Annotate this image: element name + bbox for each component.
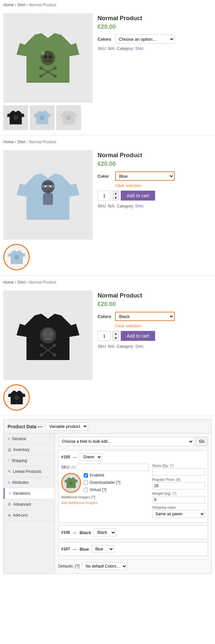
enabled-checkbox-105: Enabled [84, 473, 120, 478]
sidebar-item-variations[interactable]: ≡ Variations [4, 488, 55, 499]
qty-up-2[interactable]: ▲ [113, 191, 119, 196]
qty-input-2[interactable] [98, 191, 111, 201]
svg-point-40 [40, 353, 43, 357]
add-to-cart-btn-3[interactable]: Add to cart [121, 331, 155, 341]
sidebar-label-variations: Variations [13, 491, 30, 496]
shipping-class-select-105[interactable]: Same as paren [152, 510, 205, 518]
go-button[interactable]: Go [195, 437, 208, 446]
qty-down-3[interactable]: ▼ [113, 336, 119, 341]
color-select-2[interactable]: Black Blue Green [115, 171, 175, 181]
bulk-edit-select[interactable]: Choose a field to bulk edit... [58, 437, 194, 446]
sidebar-item-linked-products[interactable]: ✎ Linked Products [4, 466, 55, 477]
svg-point-42 [14, 395, 19, 400]
category-link-1[interactable]: Shirt [135, 46, 143, 51]
thumbnail-black-circled-3[interactable] [3, 384, 30, 411]
color-select-1[interactable]: Choose an option... Black Blue Green [115, 34, 175, 44]
svg-point-32 [43, 332, 47, 336]
weight-help-105[interactable]: [?] [173, 492, 176, 495]
sku-text-3: SKU: N/A. Category: [98, 344, 134, 349]
svg-rect-34 [44, 338, 52, 340]
breadcrumb-home-1[interactable]: Home [3, 3, 14, 7]
variation-color-select-105[interactable]: Green Black Blue [80, 453, 102, 461]
svg-point-10 [54, 66, 57, 69]
enabled-check-input-105[interactable] [84, 473, 88, 478]
sidebar-item-inventory[interactable]: ▤ Inventory [4, 444, 55, 455]
sku-help-105[interactable]: [?] [71, 466, 75, 469]
variation-id-107: #107 [61, 547, 70, 551]
sidebar-item-advanced[interactable]: ⚙ Advanced [4, 499, 55, 510]
downloadable-check-input-105[interactable] [84, 481, 88, 485]
variation-image-circled-105[interactable] [61, 473, 81, 493]
qty-down-2[interactable]: ▼ [113, 196, 119, 200]
inventory-icon: ▤ [8, 447, 11, 452]
breadcrumb-shirt-1[interactable]: Shirt [17, 3, 25, 7]
weight-label-105: Weight (kg): [?] [152, 491, 205, 495]
variation-color-select-107[interactable]: Black Blue Green [92, 545, 114, 553]
thumbnail-blue-circled-2[interactable] [3, 244, 30, 270]
add-additional-images-105[interactable]: Add Additional Images [61, 501, 149, 505]
clear-selection-3[interactable]: Clear selection [115, 324, 212, 328]
breadcrumb-home-2[interactable]: Home [3, 140, 14, 144]
sidebar-item-add-ons[interactable]: ⊕ Add-ons [4, 510, 55, 521]
stock-qty-input-105[interactable] [152, 468, 205, 476]
product-info-3: Normal Product €20.00 Colors Black Blue … [98, 291, 212, 411]
add-to-cart-btn-2[interactable]: Add to cart [121, 191, 155, 201]
product-image-area-2: 🥷 [3, 150, 93, 270]
sidebar-label-add-ons: Add-ons [13, 513, 28, 518]
additional-images-area-105: Enabled Downloadable [?] Virtual [?] [61, 473, 149, 505]
weight-input-105[interactable] [152, 496, 205, 503]
sidebar-item-general[interactable]: ≡ General [4, 434, 55, 444]
product-main-image-3 [3, 291, 93, 380]
breadcrumb-3: Home / Shirt / Normal Product [0, 277, 215, 287]
sidebar-label-linked-products: Linked Products [13, 469, 41, 474]
breadcrumb-2: Home / Shirt / Normal Product [0, 137, 215, 147]
product-price-1: €20.00 [98, 23, 212, 30]
variation-header-106: #106 — Black Black Blue Green [61, 529, 205, 536]
stock-help-105[interactable]: [?] [170, 464, 174, 468]
category-link-3[interactable]: Shirt [135, 344, 143, 349]
category-link-2[interactable]: Shirt [135, 204, 143, 208]
svg-point-4 [49, 55, 52, 59]
qty-spinner-3[interactable]: ▲ ▼ [112, 331, 119, 341]
product-title-3: Normal Product [98, 292, 212, 299]
sidebar-item-shipping[interactable]: ↑ Shipping [4, 455, 55, 466]
product-image-area-1: 💀 [3, 13, 93, 130]
product-info-2: Normal Product €20.00 Color Black Blue G… [98, 150, 212, 270]
attributes-icon: ≡ [8, 480, 10, 485]
product-data-panel: Product Data — Variable product ≡ Genera… [3, 419, 212, 574]
breadcrumb-shirt-3[interactable]: Shirt [17, 280, 25, 285]
defaults-row: Defaults: [?] No default Colors... [58, 559, 208, 570]
regular-price-input-105[interactable] [152, 482, 205, 489]
svg-text:💀: 💀 [41, 51, 45, 56]
breadcrumb-home-3[interactable]: Home [3, 280, 14, 285]
svg-point-18 [66, 115, 71, 120]
thumbnail-black-1[interactable] [3, 105, 28, 130]
enabled-label-105: Enabled [90, 473, 104, 478]
add-to-cart-row-2: ▲ ▼ Add to cart [98, 191, 212, 201]
variation-color-select-106[interactable]: Black Blue Green [94, 529, 116, 536]
tshirt-svg-3 [15, 302, 81, 368]
variation-id-106: #106 [61, 530, 70, 535]
sidebar-label-shipping: Shipping [12, 458, 27, 463]
defaults-select[interactable]: No default Colors... [82, 562, 127, 570]
color-label-1: Colors [98, 37, 112, 42]
qty-input-3[interactable] [98, 331, 111, 341]
thumbnail-white-1[interactable] [56, 105, 81, 130]
qty-spinner-2[interactable]: ▲ ▼ [112, 191, 119, 201]
svg-rect-25 [43, 193, 53, 205]
color-label-3: Colors [98, 314, 112, 319]
sidebar-item-attributes[interactable]: ≡ Attributes [4, 477, 55, 488]
sku-input-105[interactable] [77, 464, 149, 471]
divider-2 [0, 275, 215, 276]
color-select-3[interactable]: Black Blue Green [115, 312, 175, 321]
product-type-select[interactable]: Variable product [46, 422, 88, 431]
svg-point-38 [53, 353, 56, 357]
breadcrumb-shirt-2[interactable]: Shirt [17, 140, 25, 144]
thumbnail-blue-1[interactable] [30, 105, 55, 130]
virtual-check-input-105[interactable] [84, 488, 88, 492]
clear-selection-2[interactable]: Clear selection [115, 183, 212, 188]
breadcrumb-1: Home / Shirt / Normal Product [0, 0, 215, 10]
qty-up-3[interactable]: ▲ [113, 331, 119, 336]
variation-color-107: Blue [80, 547, 89, 552]
advanced-icon: ⚙ [8, 502, 11, 507]
